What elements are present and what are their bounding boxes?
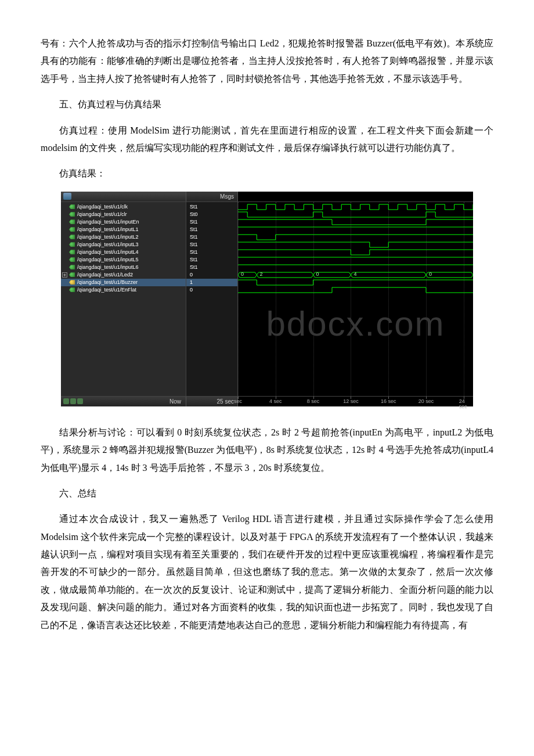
paragraph-4: 结果分析与讨论：可以看到 0 时刻系统复位状态，2s 时 2 号超前抢答(inp… [41,424,493,477]
time-tick-label: 12 sec [343,399,359,404]
wave-row [238,226,473,233]
signal-name: /qiangdaqi_test/u1/inputL3 [77,241,139,249]
paragraph-2: 仿真过程：使用 ModelSim 进行功能测试，首先在里面进行相应的设置，在工程… [41,122,493,157]
signal-icon [69,212,75,217]
signal-icon [69,219,75,224]
wave-row [238,286,473,294]
expand-icon[interactable] [62,272,67,278]
time-axis: sec4 sec8 sec12 sec16 sec20 sec24 sec [238,397,473,406]
wave-menu-icon[interactable] [63,193,71,200]
signal-row[interactable]: /qiangdaqi_test/u1/inputL3 [61,241,186,249]
signal-row[interactable]: /qiangdaqi_test/u1/clr [61,211,186,218]
signal-value: 0 [186,286,237,294]
signal-row[interactable]: /qiangdaqi_test/u1/inputL4 [61,249,186,256]
signal-name: /qiangdaqi_test/u1/clk [77,203,128,211]
waveform-msgs-header: Msgs [186,192,238,201]
now-label-cell: Now [61,397,186,406]
wave-row [238,241,473,249]
signal-name: /qiangdaqi_test/u1/inputL4 [77,249,139,256]
signal-icon [69,272,75,277]
signal-value: 0 [186,271,237,279]
signal-value: St1 [186,226,237,233]
signal-value-panel: St1St0St1St1St1St1St1St1St1010 [186,202,238,396]
wave-row [238,249,473,256]
modelsim-waveform: Msgs /qiangdaqi_test/u1/clk/qiangdaqi_te… [61,192,473,406]
wave-row: 02040 [238,271,473,279]
signal-value: St0 [186,211,237,218]
signal-row[interactable]: /qiangdaqi_test/u1/EnFlat [61,286,186,294]
signal-row[interactable]: /qiangdaqi_test/u1/Buzzer [61,279,186,286]
now-value-cell: 25 sec [186,397,238,406]
wave-row [238,218,473,226]
waveform-name-header [61,192,186,201]
now-label: Now [169,398,181,405]
signal-row[interactable]: /qiangdaqi_test/u1/Led2 [61,271,186,279]
signal-name: /qiangdaqi_test/u1/inputL5 [77,256,139,264]
paragraph-5: 通过本次合成设计，我又一遍熟悉了 Verilog HDL 语言进行建模，并且通过… [41,510,493,634]
signal-icon [69,227,75,232]
signal-name: /qiangdaqi_test/u1/inputL2 [77,233,139,241]
signal-icon [69,250,75,254]
signal-row[interactable]: /qiangdaqi_test/u1/inputL1 [61,226,186,233]
time-tick-label: sec [234,399,242,404]
wave-row [238,233,473,241]
wave-row [238,256,473,264]
watermark: bdocx.com [266,307,445,341]
wave-row [238,279,473,286]
signal-icon [69,257,75,262]
time-tick-label: 24 sec [459,399,468,409]
signal-name: /qiangdaqi_test/u1/inputL6 [77,264,139,271]
time-tick-label: 16 sec [381,399,396,404]
signal-value: St1 [186,264,237,271]
waveform-wave-header [238,192,473,201]
time-tick-label: 4 sec [269,399,282,404]
signal-icon [69,235,75,239]
signal-name: /qiangdaqi_test/u1/Led2 [77,271,133,279]
signal-name-panel: /qiangdaqi_test/u1/clk/qiangdaqi_test/u1… [61,202,186,396]
heading-5: 五、仿真过程与仿真结果 [41,96,493,113]
signal-icon [69,204,75,209]
signal-name: /qiangdaqi_test/u1/Buzzer [77,279,138,286]
signal-name: /qiangdaqi_test/u1/inputL1 [77,226,139,233]
signal-name: /qiangdaqi_test/u1/inputEn [77,218,139,226]
signal-icon [69,265,75,269]
signal-value: St1 [186,203,237,211]
signal-row[interactable]: /qiangdaqi_test/u1/inputL2 [61,233,186,241]
signal-row[interactable]: /qiangdaqi_test/u1/inputEn [61,218,186,226]
paragraph-3: 仿真结果： [41,165,493,182]
footer-tool-icons[interactable] [63,398,83,404]
wave-row [238,211,473,218]
heading-6: 六、总结 [41,485,493,502]
signal-name: /qiangdaqi_test/u1/clr [77,211,127,218]
signal-value: St1 [186,218,237,226]
signal-value: St1 [186,249,237,256]
signal-icon [69,280,75,285]
signal-row[interactable]: /qiangdaqi_test/u1/inputL5 [61,256,186,264]
wave-row [238,203,473,211]
signal-value: St1 [186,256,237,264]
wave-row [238,264,473,271]
signal-icon [69,287,75,292]
wave-panel[interactable]: bdocx.com 02040 [238,202,473,396]
signal-value: St1 [186,233,237,241]
signal-row[interactable]: /qiangdaqi_test/u1/inputL6 [61,264,186,271]
signal-value: 1 [186,279,237,286]
signal-name: /qiangdaqi_test/u1/EnFlat [77,286,136,294]
time-tick-label: 20 sec [418,399,434,404]
paragraph-1: 号有：六个人抢答成功与否的指示灯控制信号输出口 Led2，犯规抢答时报警器 Bu… [41,35,493,88]
signal-value: St1 [186,241,237,249]
signal-row[interactable]: /qiangdaqi_test/u1/clk [61,203,186,211]
time-tick-label: 8 sec [307,399,320,404]
signal-icon [69,242,75,247]
